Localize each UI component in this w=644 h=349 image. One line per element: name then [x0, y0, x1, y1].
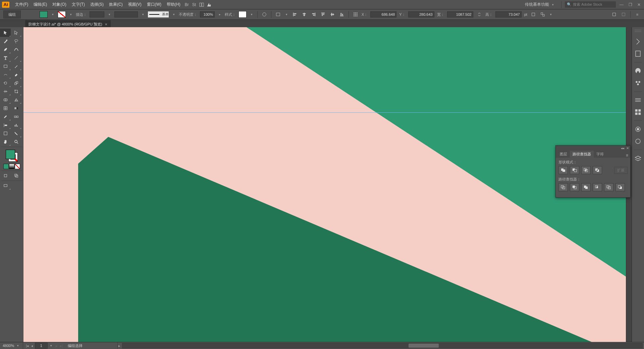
- divide-button[interactable]: [558, 183, 568, 191]
- fill-stroke-control[interactable]: [5, 149, 18, 162]
- rotate-tool[interactable]: [0, 79, 11, 87]
- magic-wand-tool[interactable]: [0, 37, 11, 45]
- gradient-tool[interactable]: [11, 104, 21, 112]
- transform-each-icon[interactable]: [539, 11, 546, 18]
- isolate-icon[interactable]: [611, 11, 618, 18]
- menu-effect[interactable]: 效果(C): [107, 0, 125, 9]
- link-wh-icon[interactable]: [476, 11, 483, 18]
- ctrlbar-menu-icon[interactable]: ≡: [634, 11, 641, 18]
- direct-selection-tool[interactable]: [11, 29, 21, 37]
- color-mode-solid[interactable]: [3, 164, 9, 169]
- appearance-panel-icon[interactable]: [634, 126, 642, 133]
- merge-button[interactable]: [581, 183, 591, 191]
- menu-edit[interactable]: 编辑(E): [31, 0, 49, 9]
- shape-props-icon[interactable]: [530, 11, 537, 18]
- properties-panel-icon[interactable]: [634, 38, 642, 45]
- menu-window[interactable]: 窗口(W): [145, 0, 164, 9]
- eyedropper-tool[interactable]: [0, 112, 11, 121]
- arrange-docs-icon[interactable]: [198, 1, 205, 8]
- scrollbar-thumb[interactable]: [409, 344, 439, 348]
- artboard-number-input[interactable]: [35, 343, 48, 349]
- stock-icon[interactable]: St: [191, 1, 198, 8]
- crop-button[interactable]: [593, 183, 602, 191]
- layers-panel-icon[interactable]: [634, 155, 642, 162]
- status-menu[interactable]: ▸: [118, 344, 121, 348]
- last-artboard-button[interactable]: ▸|: [59, 344, 63, 348]
- fill-swatch[interactable]: [40, 11, 48, 18]
- stroke-panel-icon[interactable]: [634, 96, 642, 104]
- align-bottom-icon[interactable]: [338, 11, 345, 18]
- zoom-tool[interactable]: [11, 138, 21, 146]
- align-left-icon[interactable]: [291, 11, 298, 18]
- shaper-tool[interactable]: [0, 70, 11, 79]
- type-tool[interactable]: [0, 54, 11, 62]
- recolor-icon[interactable]: [261, 11, 268, 18]
- x-input[interactable]: [370, 11, 396, 17]
- draw-behind[interactable]: [11, 171, 21, 180]
- align-hcenter-icon[interactable]: [301, 11, 308, 18]
- color-panel-icon[interactable]: [634, 67, 642, 74]
- window-close[interactable]: ✕: [636, 2, 642, 7]
- style-swatch[interactable]: [238, 11, 247, 18]
- horizontal-scrollbar[interactable]: [122, 343, 643, 348]
- dock-grip[interactable]: [635, 30, 641, 32]
- fill-color[interactable]: [6, 150, 15, 159]
- eraser-tool[interactable]: [11, 70, 21, 79]
- edit-clip-icon[interactable]: [620, 11, 627, 18]
- zoom-level[interactable]: 4800%▾: [0, 342, 23, 349]
- search-stock[interactable]: 🔍搜索 Adobe Stock: [565, 1, 616, 8]
- close-icon[interactable]: ×: [105, 22, 108, 27]
- screen-mode[interactable]: [0, 182, 11, 190]
- panel-collapse-icon[interactable]: ◂◂: [621, 146, 624, 150]
- graphic-styles-panel-icon[interactable]: [634, 138, 642, 145]
- w-input[interactable]: [447, 11, 473, 17]
- menu-help[interactable]: 帮助(H): [164, 0, 183, 9]
- menu-type[interactable]: 文字(T): [69, 0, 87, 9]
- color-mode-none[interactable]: [15, 164, 20, 169]
- align-vcenter-icon[interactable]: [329, 11, 336, 18]
- paintbrush-tool[interactable]: [11, 62, 21, 70]
- curvature-tool[interactable]: [11, 45, 21, 54]
- window-minimize[interactable]: —: [619, 2, 625, 7]
- mesh-tool[interactable]: [0, 104, 11, 112]
- menu-object[interactable]: 对象(O): [50, 0, 68, 9]
- trim-button[interactable]: [570, 183, 579, 191]
- shape-builder-tool[interactable]: [0, 96, 11, 104]
- unite-button[interactable]: [558, 166, 568, 174]
- panel-tab-character[interactable]: 字符: [594, 151, 606, 158]
- align-right-icon[interactable]: [310, 11, 317, 18]
- panel-tab-pathfinder[interactable]: 路径查找器: [570, 151, 594, 158]
- exclude-button[interactable]: [593, 166, 602, 174]
- gpu-icon[interactable]: [206, 1, 212, 8]
- scale-tool[interactable]: [11, 79, 21, 87]
- fill-dd[interactable]: ▾: [50, 12, 55, 17]
- width-tool[interactable]: [0, 87, 11, 96]
- status-selection[interactable]: 编组选择: [65, 342, 118, 349]
- symbol-sprayer-tool[interactable]: [0, 121, 11, 129]
- artwork-shape-dark-edge[interactable]: [78, 137, 112, 342]
- outline-button[interactable]: [604, 183, 613, 191]
- y-input[interactable]: [408, 11, 434, 17]
- draw-normal[interactable]: [0, 171, 11, 180]
- align-top-icon[interactable]: [320, 11, 326, 18]
- stroke-swatch[interactable]: [58, 11, 66, 18]
- stroke-weight-input[interactable]: [90, 11, 104, 17]
- selection-tool[interactable]: [0, 29, 11, 37]
- stroke-dd[interactable]: ▾: [68, 12, 73, 17]
- opacity-dd[interactable]: ▸: [217, 12, 222, 17]
- minus-front-button[interactable]: [570, 166, 579, 174]
- lasso-tool[interactable]: [11, 37, 21, 45]
- column-graph-tool[interactable]: [11, 121, 21, 129]
- menu-select[interactable]: 选择(S): [88, 0, 106, 9]
- panel-tab-layers[interactable]: 图层: [557, 151, 570, 158]
- menu-view[interactable]: 视图(V): [126, 0, 144, 9]
- hand-tool[interactable]: [0, 138, 11, 146]
- horizontal-guide[interactable]: [23, 112, 632, 113]
- h-input[interactable]: [495, 11, 522, 17]
- blend-tool[interactable]: [11, 112, 21, 121]
- brush-preview[interactable]: 基本: [148, 11, 169, 17]
- color-guide-panel-icon[interactable]: [634, 79, 642, 87]
- workspace-switcher[interactable]: 传统基本功能▾: [522, 1, 558, 8]
- libraries-panel-icon[interactable]: [634, 50, 642, 57]
- perspective-grid-tool[interactable]: [11, 96, 21, 104]
